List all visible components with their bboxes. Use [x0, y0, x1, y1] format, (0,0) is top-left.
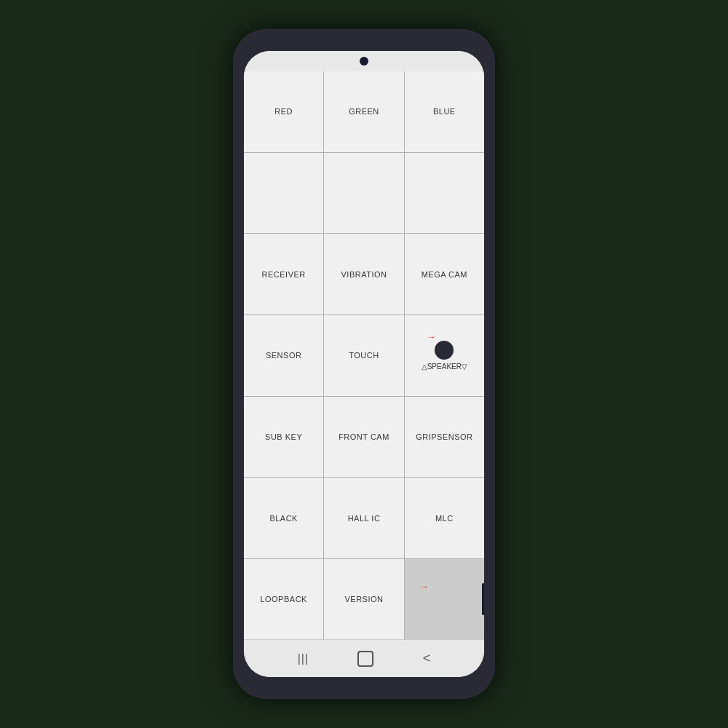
front-camera-dot [360, 57, 368, 66]
cell-hall-ic-label: HALL IC [348, 513, 381, 523]
recents-button[interactable]: ||| [298, 652, 309, 665]
top-bar [244, 51, 484, 71]
cell-touch[interactable]: TOUCH [324, 315, 403, 396]
cell-vibration-label: VIBRATION [341, 269, 387, 280]
cell-empty-last[interactable]: → [405, 559, 484, 639]
cell-green[interactable]: GREEN [324, 71, 403, 152]
phone-frame: RED GREEN BLUE RECEIVER VIBRATION MEGA C… [233, 29, 495, 699]
cell-blue[interactable]: BLUE [405, 71, 484, 152]
cell-gripsensor[interactable]: GRIPSENSOR [405, 397, 484, 478]
cell-sub-key-label: SUB KEY [265, 432, 302, 442]
cell-sub-key[interactable]: SUB KEY [244, 397, 323, 478]
diagnostic-grid: RED GREEN BLUE RECEIVER VIBRATION MEGA C… [244, 71, 484, 639]
cell-version[interactable]: VERSION [324, 559, 403, 639]
cell-sensor[interactable]: SENSOR [244, 315, 323, 396]
cell-vibration[interactable]: VIBRATION [324, 234, 403, 314]
side-arrow-icon: → [419, 581, 429, 592]
cell-hall-ic[interactable]: HALL IC [324, 478, 403, 558]
cell-mlc[interactable]: MLC [405, 478, 484, 558]
speaker-dot [435, 341, 454, 360]
cell-mega-cam-label: MEGA CAM [422, 269, 467, 280]
cell-empty-1[interactable] [244, 153, 323, 234]
cell-green-label: GREEN [349, 106, 379, 116]
cell-mlc-label: MLC [435, 513, 454, 523]
cell-red-label: RED [274, 106, 293, 116]
cell-version-label: VERSION [344, 594, 383, 604]
side-button [482, 583, 484, 615]
speaker-arrow-icon: → [427, 331, 436, 342]
cell-touch-label: TOUCH [349, 350, 379, 360]
home-button[interactable] [357, 651, 373, 667]
cell-red[interactable]: RED [244, 71, 323, 152]
cell-receiver[interactable]: RECEIVER [244, 234, 323, 314]
cell-blue-label: BLUE [433, 106, 456, 116]
cell-speaker[interactable]: → △SPEAKER▽ [405, 315, 484, 396]
phone-screen: RED GREEN BLUE RECEIVER VIBRATION MEGA C… [244, 51, 484, 677]
cell-loopback[interactable]: LOOPBACK [244, 559, 323, 639]
cell-gripsensor-label: GRIPSENSOR [416, 432, 472, 442]
cell-sensor-label: SENSOR [266, 350, 301, 360]
cell-loopback-label: LOOPBACK [260, 594, 307, 604]
cell-empty-2[interactable] [324, 153, 403, 234]
cell-mega-cam[interactable]: MEGA CAM [405, 234, 484, 314]
nav-bar: ||| < [244, 639, 484, 677]
cell-speaker-label: △SPEAKER▽ [422, 363, 467, 371]
cell-front-cam[interactable]: FRONT CAM [324, 397, 403, 478]
cell-black-label: BLACK [269, 513, 298, 523]
cell-empty-3[interactable] [405, 153, 484, 234]
back-button[interactable]: < [423, 651, 431, 666]
cell-receiver-label: RECEIVER [262, 269, 306, 280]
cell-black[interactable]: BLACK [244, 478, 323, 558]
cell-front-cam-label: FRONT CAM [339, 432, 389, 442]
